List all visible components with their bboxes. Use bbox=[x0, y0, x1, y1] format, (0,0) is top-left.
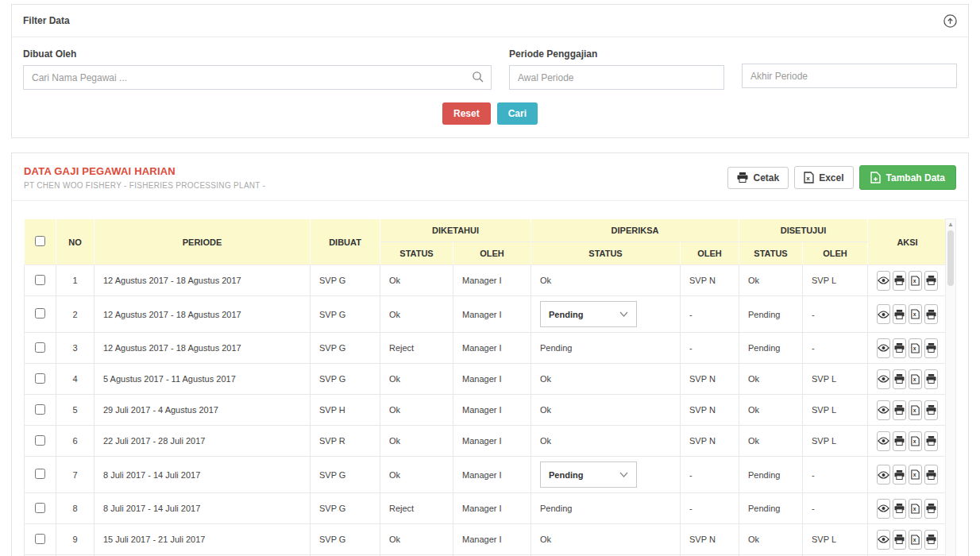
view-button[interactable] bbox=[877, 271, 890, 291]
print-button[interactable] bbox=[893, 465, 906, 485]
col-header-diperiksa: DIPERIKSA bbox=[531, 219, 739, 242]
view-button[interactable] bbox=[877, 530, 890, 550]
excel-row-button[interactable]: x bbox=[909, 338, 922, 358]
table-row: 9 15 Juli 2017 - 21 Juli 2017 SVP G Ok M… bbox=[25, 524, 947, 555]
scroll-up-icon[interactable]: ▲ bbox=[947, 219, 954, 230]
print-slip-button[interactable] bbox=[924, 465, 938, 485]
excel-row-button[interactable]: x bbox=[909, 271, 922, 291]
print-button[interactable] bbox=[893, 338, 906, 358]
collapse-button[interactable] bbox=[943, 14, 957, 28]
vertical-scrollbar[interactable]: ▲ ▼ bbox=[945, 218, 956, 556]
row-checkbox-cell bbox=[25, 426, 56, 457]
row-checkbox[interactable] bbox=[35, 469, 45, 479]
print-button[interactable] bbox=[893, 271, 906, 291]
view-button[interactable] bbox=[877, 465, 890, 485]
tambah-data-label: Tambah Data bbox=[886, 172, 945, 183]
print-button[interactable] bbox=[893, 431, 906, 451]
row-checkbox-cell bbox=[25, 364, 56, 395]
diketahui-status-cell: Reject bbox=[380, 493, 453, 524]
periode-cell: 12 Agustus 2017 - 18 Agustus 2017 bbox=[95, 265, 311, 296]
view-button[interactable] bbox=[877, 431, 890, 451]
col-header-disetujui-oleh: OLEH bbox=[803, 242, 868, 265]
dibuat-cell: SVP G bbox=[311, 364, 380, 395]
diketahui-oleh-cell: Manager I bbox=[453, 265, 531, 296]
print-slip-button[interactable] bbox=[924, 499, 938, 519]
cetak-button[interactable]: Cetak bbox=[727, 167, 789, 189]
awal-periode-input[interactable] bbox=[509, 65, 724, 90]
diketahui-status-cell: Ok bbox=[380, 524, 453, 555]
row-checkbox[interactable] bbox=[35, 308, 45, 319]
diperiksa-status-select-value: Pending bbox=[549, 310, 583, 319]
col-header-aksi: AKSI bbox=[868, 219, 947, 265]
excel-row-button[interactable]: x bbox=[909, 465, 922, 485]
excel-button[interactable]: x Excel bbox=[794, 166, 853, 189]
view-button[interactable] bbox=[877, 369, 890, 389]
print-button[interactable] bbox=[893, 400, 906, 420]
excel-row-button[interactable]: x bbox=[909, 400, 922, 420]
excel-row-button[interactable]: x bbox=[909, 499, 922, 519]
excel-row-button[interactable]: x bbox=[909, 431, 922, 451]
diketahui-status-cell: Ok bbox=[380, 457, 453, 493]
reset-button[interactable]: Reset bbox=[442, 102, 491, 125]
row-checkbox[interactable] bbox=[35, 373, 45, 384]
view-button[interactable] bbox=[877, 338, 890, 358]
excel-icon: x bbox=[804, 172, 814, 183]
print-slip-button[interactable] bbox=[924, 304, 938, 324]
print-button[interactable] bbox=[893, 369, 906, 389]
view-button[interactable] bbox=[877, 304, 890, 324]
diperiksa-status-cell: Ok bbox=[531, 524, 681, 555]
akhir-periode-input[interactable] bbox=[742, 64, 957, 88]
print-button[interactable] bbox=[893, 304, 906, 324]
dibuat-oleh-label: Dibuat Oleh bbox=[23, 48, 492, 60]
panel-title-block: DATA GAJI PEGAWAI HARIAN PT CHEN WOO FIS… bbox=[24, 165, 265, 190]
svg-text:x: x bbox=[913, 407, 916, 413]
diperiksa-status-select[interactable]: Pending bbox=[540, 461, 637, 488]
row-checkbox[interactable] bbox=[35, 404, 45, 415]
excel-row-button[interactable]: x bbox=[909, 304, 922, 324]
aksi-cell: x bbox=[868, 524, 947, 555]
print-slip-button[interactable] bbox=[924, 338, 938, 358]
disetujui-oleh-cell: - bbox=[803, 296, 868, 333]
select-all-checkbox[interactable] bbox=[35, 236, 45, 246]
diketahui-oleh-cell: Manager I bbox=[453, 524, 531, 555]
aksi-cell: x bbox=[868, 296, 947, 333]
print-slip-button[interactable] bbox=[924, 369, 938, 389]
circle-arrow-up-icon bbox=[943, 14, 957, 28]
excel-row-button[interactable]: x bbox=[909, 530, 922, 550]
diperiksa-status-cell: Ok bbox=[531, 265, 681, 296]
row-checkbox[interactable] bbox=[35, 435, 45, 446]
row-checkbox[interactable] bbox=[35, 342, 45, 353]
dibuat-cell: SVP G bbox=[311, 524, 380, 555]
col-header-disetujui: DISETUJUI bbox=[739, 219, 868, 242]
print-icon bbox=[926, 405, 936, 415]
cari-button[interactable]: Cari bbox=[497, 102, 538, 125]
row-checkbox[interactable] bbox=[35, 534, 45, 544]
excel-icon: x bbox=[911, 436, 920, 446]
print-slip-button[interactable] bbox=[924, 431, 938, 451]
scrollbar-thumb[interactable] bbox=[947, 230, 954, 286]
tambah-data-button[interactable]: Tambah Data bbox=[859, 165, 956, 190]
search-pegawai-input[interactable] bbox=[23, 65, 492, 90]
periode-cell: 8 Juli 2017 - 14 Juli 2017 bbox=[95, 457, 311, 493]
print-slip-button[interactable] bbox=[924, 530, 938, 550]
print-slip-button[interactable] bbox=[924, 400, 938, 420]
view-button[interactable] bbox=[877, 400, 890, 420]
excel-icon: x bbox=[911, 276, 920, 286]
diperiksa-status-cell: Ok bbox=[531, 395, 681, 426]
excel-row-button[interactable]: x bbox=[909, 369, 922, 389]
print-button[interactable] bbox=[893, 499, 906, 519]
svg-text:x: x bbox=[913, 472, 916, 477]
row-checkbox[interactable] bbox=[35, 275, 45, 285]
disetujui-status-cell: Ok bbox=[739, 364, 803, 395]
no-cell: 1 bbox=[56, 265, 95, 296]
print-slip-button[interactable] bbox=[924, 271, 938, 291]
row-checkbox[interactable] bbox=[35, 503, 45, 513]
diperiksa-status-select[interactable]: Pending bbox=[540, 301, 637, 327]
print-button[interactable] bbox=[893, 530, 906, 550]
disetujui-status-cell: Pending bbox=[739, 493, 803, 524]
table-row: 5 29 Juli 2017 - 4 Agustus 2017 SVP H Ok… bbox=[25, 395, 947, 426]
table-row: 6 22 Juli 2017 - 28 Juli 2017 SVP R Ok M… bbox=[25, 426, 947, 457]
view-button[interactable] bbox=[877, 499, 890, 519]
svg-text:x: x bbox=[913, 438, 916, 444]
svg-text:x: x bbox=[913, 346, 916, 351]
